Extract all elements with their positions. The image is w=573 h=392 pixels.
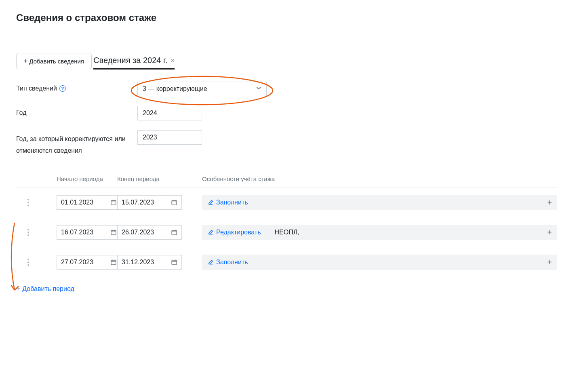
col-feat-header: Особенности учёта стажа	[194, 175, 557, 182]
fill-features-button[interactable]: Заполнить	[208, 199, 248, 206]
add-period-label: Добавить период	[22, 285, 74, 293]
period-row: 01.01.202315.07.2023Заполнить+	[16, 188, 557, 217]
help-icon[interactable]: ?	[59, 85, 66, 92]
period-end-input[interactable]: 15.07.2023	[117, 195, 182, 210]
chevron-down-icon	[256, 85, 261, 93]
year-tab-label: Сведения за 2024 г.	[93, 56, 167, 65]
calendar-icon[interactable]	[110, 229, 117, 236]
periods-header-row: Начало периода Конец периода Особенности…	[16, 173, 557, 188]
add-info-label: Добавить сведения	[29, 58, 84, 65]
svg-rect-19	[111, 260, 116, 265]
feature-tag: НЕОПЛ,	[275, 229, 299, 236]
period-features: Заполнить+	[202, 195, 557, 210]
period-start-input[interactable]: 16.07.2023	[57, 225, 121, 240]
plus-icon: +	[24, 57, 27, 65]
add-feature-icon[interactable]: +	[547, 228, 552, 236]
calendar-icon[interactable]	[171, 229, 177, 236]
calendar-icon[interactable]	[110, 259, 117, 266]
col-start-header: Начало периода	[40, 175, 117, 182]
year-label: Год	[16, 106, 137, 116]
svg-rect-14	[172, 230, 177, 235]
corr-year-label: Год, за который корректируются или отмен…	[16, 130, 137, 157]
edit-features-button[interactable]: Редактировать	[208, 229, 261, 236]
svg-rect-10	[111, 230, 116, 235]
type-select[interactable]: 3 — корректирующие	[137, 82, 267, 96]
add-feature-icon[interactable]: +	[547, 258, 552, 266]
corr-year-input[interactable]: 2023	[137, 130, 202, 145]
add-feature-icon[interactable]: +	[547, 198, 552, 207]
type-select-value: 3 — корректирующие	[143, 85, 207, 93]
period-features: РедактироватьНЕОПЛ,+	[202, 225, 557, 240]
calendar-icon[interactable]	[110, 199, 117, 206]
type-label: Тип сведений ?	[16, 82, 137, 92]
year-input[interactable]: 2024	[137, 106, 202, 120]
add-info-button[interactable]: + Добавить сведения	[16, 53, 92, 69]
col-end-header: Конец периода	[117, 175, 194, 182]
period-row: 27.07.202331.12.2023Заполнить+	[16, 247, 557, 277]
fill-features-button[interactable]: Заполнить	[208, 259, 248, 266]
period-start-input[interactable]: 01.01.2023	[57, 195, 121, 210]
pencil-icon	[208, 199, 214, 205]
page-title: Сведения о страховом стаже	[16, 12, 557, 23]
svg-rect-5	[172, 200, 177, 205]
close-icon[interactable]: ×	[171, 57, 174, 64]
period-row: 16.07.202326.07.2023РедактироватьНЕОПЛ,+	[16, 217, 557, 247]
period-end-input[interactable]: 26.07.2023	[117, 225, 182, 240]
svg-rect-1	[111, 200, 116, 205]
pencil-icon	[208, 259, 214, 265]
period-start-input[interactable]: 27.07.2023	[57, 255, 121, 270]
add-period-button[interactable]: + Добавить период	[16, 285, 74, 293]
year-tab[interactable]: Сведения за 2024 г. ×	[93, 56, 175, 70]
period-end-input[interactable]: 31.12.2023	[117, 255, 182, 270]
pencil-icon	[208, 229, 214, 235]
calendar-icon[interactable]	[171, 199, 177, 206]
period-features: Заполнить+	[202, 255, 557, 270]
row-menu-icon[interactable]	[16, 199, 40, 206]
svg-rect-23	[172, 260, 177, 265]
plus-icon: +	[16, 285, 20, 293]
calendar-icon[interactable]	[171, 259, 177, 266]
row-menu-icon[interactable]	[16, 229, 40, 236]
row-menu-icon[interactable]	[16, 259, 40, 266]
